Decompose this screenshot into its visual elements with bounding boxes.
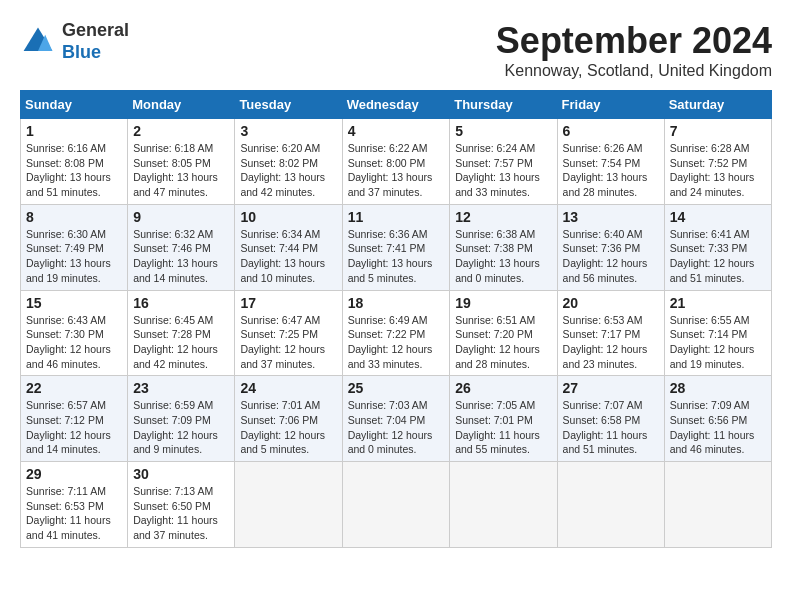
day-info: Sunrise: 6:32 AMSunset: 7:46 PMDaylight:… [133,227,229,286]
table-row [557,462,664,548]
day-number: 16 [133,295,229,311]
calendar-week-row: 22 Sunrise: 6:57 AMSunset: 7:12 PMDaylig… [21,376,772,462]
table-row: 13 Sunrise: 6:40 AMSunset: 7:36 PMDaylig… [557,204,664,290]
table-row: 4 Sunrise: 6:22 AMSunset: 8:00 PMDayligh… [342,119,450,205]
day-number: 9 [133,209,229,225]
day-number: 7 [670,123,766,139]
day-info: Sunrise: 6:41 AMSunset: 7:33 PMDaylight:… [670,227,766,286]
day-number: 15 [26,295,122,311]
table-row: 15 Sunrise: 6:43 AMSunset: 7:30 PMDaylig… [21,290,128,376]
day-info: Sunrise: 6:43 AMSunset: 7:30 PMDaylight:… [26,313,122,372]
col-sunday: Sunday [21,91,128,119]
day-info: Sunrise: 6:34 AMSunset: 7:44 PMDaylight:… [240,227,336,286]
day-number: 30 [133,466,229,482]
day-number: 23 [133,380,229,396]
day-info: Sunrise: 6:55 AMSunset: 7:14 PMDaylight:… [670,313,766,372]
col-friday: Friday [557,91,664,119]
calendar-week-row: 8 Sunrise: 6:30 AMSunset: 7:49 PMDayligh… [21,204,772,290]
logo-general: General [62,20,129,40]
table-row: 5 Sunrise: 6:24 AMSunset: 7:57 PMDayligh… [450,119,557,205]
day-info: Sunrise: 6:20 AMSunset: 8:02 PMDaylight:… [240,141,336,200]
table-row: 10 Sunrise: 6:34 AMSunset: 7:44 PMDaylig… [235,204,342,290]
day-number: 19 [455,295,551,311]
table-row: 20 Sunrise: 6:53 AMSunset: 7:17 PMDaylig… [557,290,664,376]
day-number: 18 [348,295,445,311]
table-row: 9 Sunrise: 6:32 AMSunset: 7:46 PMDayligh… [128,204,235,290]
day-number: 2 [133,123,229,139]
table-row: 7 Sunrise: 6:28 AMSunset: 7:52 PMDayligh… [664,119,771,205]
logo-blue: Blue [62,42,101,62]
table-row [342,462,450,548]
table-row: 14 Sunrise: 6:41 AMSunset: 7:33 PMDaylig… [664,204,771,290]
title-area: September 2024 Kennoway, Scotland, Unite… [496,20,772,80]
day-number: 6 [563,123,659,139]
day-number: 26 [455,380,551,396]
page-header: General Blue September 2024 Kennoway, Sc… [20,20,772,80]
col-wednesday: Wednesday [342,91,450,119]
day-info: Sunrise: 7:09 AMSunset: 6:56 PMDaylight:… [670,398,766,457]
day-info: Sunrise: 6:26 AMSunset: 7:54 PMDaylight:… [563,141,659,200]
day-info: Sunrise: 7:03 AMSunset: 7:04 PMDaylight:… [348,398,445,457]
table-row: 28 Sunrise: 7:09 AMSunset: 6:56 PMDaylig… [664,376,771,462]
day-number: 3 [240,123,336,139]
day-number: 28 [670,380,766,396]
table-row: 22 Sunrise: 6:57 AMSunset: 7:12 PMDaylig… [21,376,128,462]
day-number: 8 [26,209,122,225]
table-row: 26 Sunrise: 7:05 AMSunset: 7:01 PMDaylig… [450,376,557,462]
day-number: 29 [26,466,122,482]
day-number: 11 [348,209,445,225]
table-row: 25 Sunrise: 7:03 AMSunset: 7:04 PMDaylig… [342,376,450,462]
day-number: 12 [455,209,551,225]
day-number: 24 [240,380,336,396]
day-info: Sunrise: 6:24 AMSunset: 7:57 PMDaylight:… [455,141,551,200]
table-row: 3 Sunrise: 6:20 AMSunset: 8:02 PMDayligh… [235,119,342,205]
col-thursday: Thursday [450,91,557,119]
col-saturday: Saturday [664,91,771,119]
table-row: 24 Sunrise: 7:01 AMSunset: 7:06 PMDaylig… [235,376,342,462]
month-title: September 2024 [496,20,772,62]
day-number: 21 [670,295,766,311]
table-row: 23 Sunrise: 6:59 AMSunset: 7:09 PMDaylig… [128,376,235,462]
day-number: 14 [670,209,766,225]
table-row: 30 Sunrise: 7:13 AMSunset: 6:50 PMDaylig… [128,462,235,548]
day-info: Sunrise: 6:51 AMSunset: 7:20 PMDaylight:… [455,313,551,372]
day-info: Sunrise: 6:16 AMSunset: 8:08 PMDaylight:… [26,141,122,200]
calendar-header-row: Sunday Monday Tuesday Wednesday Thursday… [21,91,772,119]
day-number: 1 [26,123,122,139]
table-row: 21 Sunrise: 6:55 AMSunset: 7:14 PMDaylig… [664,290,771,376]
calendar-week-row: 15 Sunrise: 6:43 AMSunset: 7:30 PMDaylig… [21,290,772,376]
logo-text: General Blue [62,20,129,63]
day-info: Sunrise: 6:49 AMSunset: 7:22 PMDaylight:… [348,313,445,372]
table-row: 17 Sunrise: 6:47 AMSunset: 7:25 PMDaylig… [235,290,342,376]
table-row: 6 Sunrise: 6:26 AMSunset: 7:54 PMDayligh… [557,119,664,205]
day-info: Sunrise: 7:01 AMSunset: 7:06 PMDaylight:… [240,398,336,457]
day-number: 13 [563,209,659,225]
table-row: 27 Sunrise: 7:07 AMSunset: 6:58 PMDaylig… [557,376,664,462]
day-info: Sunrise: 6:53 AMSunset: 7:17 PMDaylight:… [563,313,659,372]
table-row: 19 Sunrise: 6:51 AMSunset: 7:20 PMDaylig… [450,290,557,376]
day-number: 17 [240,295,336,311]
day-info: Sunrise: 6:47 AMSunset: 7:25 PMDaylight:… [240,313,336,372]
table-row: 12 Sunrise: 6:38 AMSunset: 7:38 PMDaylig… [450,204,557,290]
day-number: 5 [455,123,551,139]
logo: General Blue [20,20,129,63]
day-info: Sunrise: 6:22 AMSunset: 8:00 PMDaylight:… [348,141,445,200]
day-info: Sunrise: 7:11 AMSunset: 6:53 PMDaylight:… [26,484,122,543]
table-row: 11 Sunrise: 6:36 AMSunset: 7:41 PMDaylig… [342,204,450,290]
day-info: Sunrise: 6:40 AMSunset: 7:36 PMDaylight:… [563,227,659,286]
day-info: Sunrise: 6:38 AMSunset: 7:38 PMDaylight:… [455,227,551,286]
day-info: Sunrise: 7:07 AMSunset: 6:58 PMDaylight:… [563,398,659,457]
day-info: Sunrise: 7:05 AMSunset: 7:01 PMDaylight:… [455,398,551,457]
day-info: Sunrise: 6:18 AMSunset: 8:05 PMDaylight:… [133,141,229,200]
table-row: 8 Sunrise: 6:30 AMSunset: 7:49 PMDayligh… [21,204,128,290]
calendar-table: Sunday Monday Tuesday Wednesday Thursday… [20,90,772,548]
day-number: 27 [563,380,659,396]
day-info: Sunrise: 6:45 AMSunset: 7:28 PMDaylight:… [133,313,229,372]
table-row [450,462,557,548]
calendar-week-row: 1 Sunrise: 6:16 AMSunset: 8:08 PMDayligh… [21,119,772,205]
col-tuesday: Tuesday [235,91,342,119]
day-number: 10 [240,209,336,225]
table-row: 1 Sunrise: 6:16 AMSunset: 8:08 PMDayligh… [21,119,128,205]
table-row: 18 Sunrise: 6:49 AMSunset: 7:22 PMDaylig… [342,290,450,376]
day-number: 25 [348,380,445,396]
